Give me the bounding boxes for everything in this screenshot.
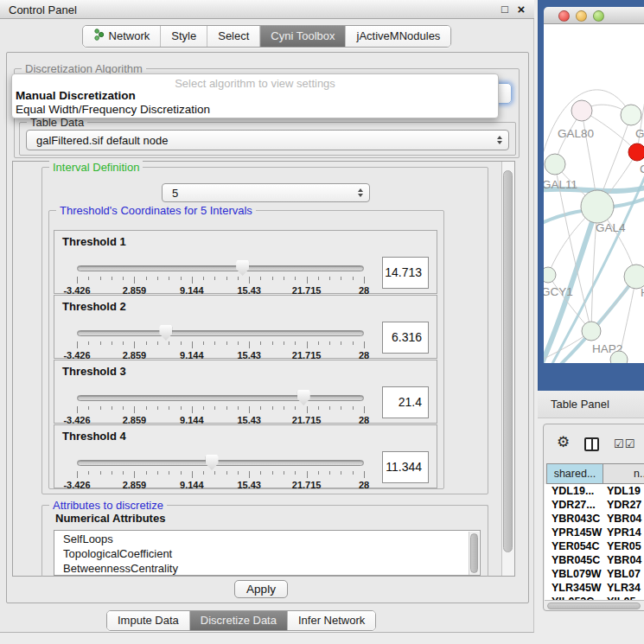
numerical-attribute-item[interactable]: BetweennessCentrality — [63, 562, 178, 575]
close-icon[interactable]: × — [515, 2, 527, 16]
float-window-icon[interactable]: □ — [499, 3, 511, 16]
threshold-value-field[interactable]: 6.316 — [382, 322, 429, 354]
table-row[interactable]: YDR27...YDR27 — [545, 498, 644, 512]
tab-network[interactable]: Network — [83, 26, 162, 47]
tab-style[interactable]: Style — [161, 26, 207, 47]
network-node[interactable] — [544, 267, 556, 283]
tick-mark — [192, 277, 193, 284]
threshold-slider[interactable]: -3.4262.8599.14415.4321.71528 — [77, 456, 364, 488]
algorithm-option-manual-discretization[interactable]: Manual Discretization — [16, 89, 136, 102]
table-row[interactable]: YDL19...YDL19 — [545, 484, 644, 498]
table-data-combobox[interactable]: galFiltered.sif default node — [26, 130, 509, 150]
numerical-attribute-item[interactable]: TopologicalCoefficient — [63, 547, 172, 560]
tab-cyni-toolbox[interactable]: Cyni Toolbox — [260, 26, 346, 47]
table-row[interactable]: YER054CYER05 — [545, 539, 644, 553]
numerical-attribute-item[interactable]: SelfLoops — [63, 532, 113, 545]
tick-mark — [134, 341, 135, 348]
tick-mark — [307, 341, 308, 348]
cell-name: YBL07 — [607, 568, 641, 580]
tick-mark — [272, 341, 273, 345]
table-panel-titlebar[interactable]: Table Panel — [538, 391, 644, 418]
threshold-value-field[interactable]: 11.344 — [382, 451, 429, 483]
apply-button[interactable]: Apply — [234, 580, 288, 598]
table-row[interactable]: YBL079WYBL07 — [545, 567, 644, 581]
tick-mark — [192, 471, 193, 478]
bottom-tab-infer-network[interactable]: Infer Network — [288, 611, 375, 630]
table-row[interactable]: YLR345WYLR34 — [545, 581, 644, 595]
tick-mark — [329, 471, 330, 475]
tab-jactivemnodules[interactable]: jActiveMNodules — [347, 26, 451, 47]
column-header-name[interactable]: n... — [603, 463, 644, 484]
slider-thumb[interactable] — [236, 260, 249, 276]
thresholds-coordinates-group-label: Threshold's Coordinates for 5 Intervals — [56, 204, 256, 217]
gear-icon[interactable]: ⚙ — [557, 433, 570, 451]
column-header-shared-name[interactable]: shared... — [546, 463, 603, 484]
network-node[interactable] — [581, 190, 614, 223]
table-row[interactable]: YBR043CYBR04 — [545, 512, 644, 526]
attributes-list-scrollbar[interactable] — [469, 532, 479, 576]
threshold-label: Threshold 4 — [62, 430, 126, 443]
tick-mark — [112, 471, 112, 475]
tick-mark — [169, 471, 169, 475]
table-row[interactable]: YPR145WYPR14 — [545, 526, 644, 539]
tick-label: 21.715 — [292, 480, 322, 490]
network-node[interactable] — [545, 154, 565, 175]
tick-mark — [157, 277, 158, 280]
tick-mark — [157, 341, 158, 345]
split-columns-icon[interactable] — [584, 437, 599, 451]
table-row[interactable]: YBR045CYBR04 — [545, 553, 644, 567]
slider-track — [77, 265, 364, 271]
dropdown-placeholder: Select algorithm to view settings — [12, 77, 498, 90]
tick-mark — [341, 406, 341, 410]
node-label: C — [640, 163, 644, 175]
network-window-titlebar[interactable] — [544, 7, 644, 24]
number-of-intervals-value: 5 — [172, 187, 178, 200]
cell-name: YBR04 — [607, 554, 641, 566]
threshold-value-field[interactable]: 14.713 — [382, 257, 429, 289]
cell-shared-name: YDL19... — [552, 485, 594, 497]
tab-label: Style — [171, 29, 196, 42]
mac-zoom-icon[interactable] — [593, 10, 604, 22]
numerical-attributes-list[interactable]: SelfLoopsTopologicalCoefficientBetweenne… — [54, 530, 481, 576]
tick-mark — [181, 277, 182, 280]
threshold-slider[interactable]: -3.4262.8599.14415.4321.71528 — [77, 327, 364, 358]
bottom-tab-discretize-data[interactable]: Discretize Data — [190, 611, 288, 630]
threshold-slider[interactable]: -3.4262.8599.14415.4321.71528 — [77, 262, 364, 293]
tick-mark — [295, 341, 296, 345]
network-node[interactable] — [571, 100, 592, 121]
network-node[interactable] — [624, 265, 644, 289]
tick-mark — [341, 341, 341, 345]
scrollbar-thumb[interactable] — [470, 533, 478, 573]
scrollbar-thumb[interactable] — [547, 603, 641, 609]
select-columns-checkboxes-icon[interactable]: ☑☑ — [614, 437, 635, 450]
tick-mark — [203, 341, 204, 345]
bottom-tab-impute-data[interactable]: Impute Data — [107, 611, 190, 630]
node-label: GA — [635, 127, 644, 140]
tick-mark — [272, 471, 273, 475]
tick-mark — [123, 406, 124, 410]
algorithm-option-equal-width-frequency-discretization[interactable]: Equal Width/Frequency Discretization — [16, 103, 210, 116]
tab-label: Select — [218, 29, 249, 42]
slider-thumb[interactable] — [206, 455, 219, 470]
tab-select[interactable]: Select — [207, 26, 260, 47]
network-node[interactable] — [582, 322, 601, 341]
table-horizontal-scrollbar[interactable] — [545, 600, 644, 609]
network-node[interactable] — [621, 105, 641, 125]
threshold-slider[interactable]: -3.4262.8599.14415.4321.71528 — [77, 392, 364, 423]
scrollbar-thumb[interactable] — [503, 170, 513, 552]
tick-mark — [329, 341, 330, 345]
network-node-highlighted[interactable] — [628, 143, 644, 161]
threshold-panel-2: Threshold 2-3.4262.8599.14415.4321.71528… — [54, 295, 437, 359]
mac-close-icon[interactable] — [558, 10, 570, 22]
slider-thumb[interactable] — [159, 325, 172, 341]
number-of-intervals-combobox[interactable]: 5 — [162, 183, 370, 202]
mac-minimize-icon[interactable] — [576, 10, 587, 22]
slider-ticks — [77, 471, 364, 479]
control-panel-titlebar[interactable]: Control Panel □ × — [0, 0, 534, 19]
network-canvas[interactable]: GAL80GACGAL11GAL4GCY1HHAP2 — [544, 24, 644, 363]
slider-track — [77, 330, 364, 336]
threshold-value-field[interactable]: 21.4 — [382, 386, 429, 418]
slider-thumb[interactable] — [297, 390, 310, 405]
node-label: GAL80 — [558, 127, 594, 140]
tick-mark — [77, 341, 78, 348]
